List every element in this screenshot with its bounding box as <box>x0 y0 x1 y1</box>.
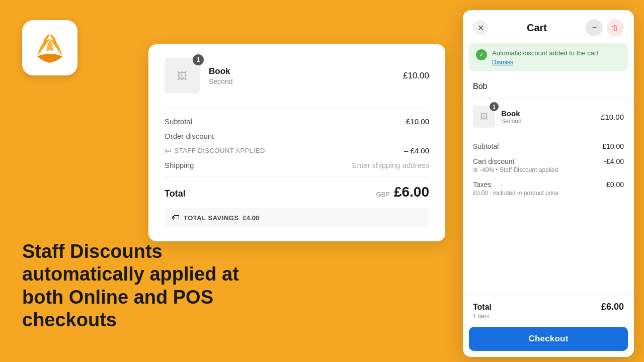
receipt-item-price: £10.00 <box>403 71 429 81</box>
receipt-item-subtitle: Second <box>209 77 403 85</box>
cart-discount-section: Cart discount -£4.00 ⚙ -40% • Staff Disc… <box>473 157 624 173</box>
receipt-item-info: Book Second <box>209 66 403 85</box>
discount-notification-banner: ✓ Automatic discount added to the cart D… <box>469 43 628 71</box>
cart-subtotal-value: £10.00 <box>602 142 624 150</box>
cart-header-actions: ··· 🗑 <box>586 19 624 36</box>
trash-icon: 🗑 <box>611 24 619 32</box>
customer-section: Bob <box>463 77 634 99</box>
cart-total-label: Total <box>473 303 492 312</box>
shipping-value: Enter shipping address <box>352 161 429 169</box>
receipt-order-discount-row: Order discount <box>165 132 429 140</box>
cart-taxes-section: Taxes £0.00 £0.00 · included in product … <box>473 180 624 197</box>
cart-item-badge: 1 <box>490 102 499 111</box>
cart-taxes-value: £0.00 <box>606 180 624 189</box>
subtotal-label: Subtotal <box>165 117 192 126</box>
total-label: Total <box>165 189 186 199</box>
receipt-subtotal-row: Subtotal £10.00 <box>165 117 429 126</box>
receipt-item-image: 1 🖼 <box>165 58 200 94</box>
discount-banner-text: Automatic discount added to the cart Dis… <box>492 48 621 66</box>
checkout-button[interactable]: Checkout <box>469 327 628 351</box>
cart-subtotal-label: Subtotal <box>473 142 499 150</box>
receipt-total-row: Total GBP £6.00 <box>165 176 429 200</box>
total-currency: GBP <box>376 191 389 198</box>
cart-taxes-label: Taxes <box>473 180 492 189</box>
discount-banner-message: Automatic discount added to the cart <box>492 49 598 57</box>
cart-item-price: £10.00 <box>601 113 624 121</box>
cart-total-value: £6.00 <box>601 302 624 312</box>
cart-delete-button[interactable]: 🗑 <box>607 19 624 36</box>
receipt-shipping-row: Shipping Enter shipping address <box>165 161 429 169</box>
cart-taxes-detail: £0.00 · included in product price <box>473 190 624 197</box>
total-value-container: GBP £6.00 <box>376 184 429 200</box>
receipt-staff-discount-row: 🏷 STAFF DISCOUNT APPLIED – £4.00 <box>165 146 429 155</box>
savings-amount: £4.00 <box>243 214 260 222</box>
checkmark-icon: ✓ <box>476 49 487 60</box>
cart-panel: ✕ Cart ··· 🗑 ✓ Automatic discount added … <box>463 10 634 357</box>
cart-total-label-group: Total 1 item <box>473 303 492 320</box>
cart-header: ✕ Cart ··· 🗑 <box>463 10 634 43</box>
cart-items-section: 1 🖼 Book Second £10.00 <box>463 99 634 135</box>
cart-discount-detail: ⚙ -40% • Staff Discount applied <box>473 166 624 173</box>
cart-title: Cart <box>527 22 547 34</box>
savings-row: 🏷 TOTAL SAVINGS £4.00 <box>165 208 429 227</box>
dismiss-button[interactable]: Dismiss <box>492 59 513 66</box>
cart-subtotal-row: Subtotal £10.00 <box>473 142 624 150</box>
cart-discount-value: -£4.00 <box>604 157 624 165</box>
receipt-item-row: 1 🖼 Book Second £10.00 <box>165 58 429 94</box>
shipping-label: Shipping <box>165 161 194 169</box>
savings-label: TOTAL SAVINGS <box>184 214 239 222</box>
cart-more-button[interactable]: ··· <box>586 19 603 36</box>
cart-item-subtitle: Second <box>501 118 595 125</box>
gear-icon: ⚙ <box>473 167 478 173</box>
total-amount: £6.00 <box>394 184 429 200</box>
cart-discount-header: Cart discount -£4.00 <box>473 157 624 165</box>
cart-summary: Subtotal £10.00 Cart discount -£4.00 ⚙ -… <box>463 135 634 294</box>
order-discount-label: Order discount <box>165 132 214 140</box>
cart-item-info: Book Second <box>501 109 595 125</box>
staff-discount-value: – £4.00 <box>404 146 429 155</box>
receipt-item-badge: 1 <box>193 54 204 65</box>
close-icon: ✕ <box>477 23 484 33</box>
staff-discount-label: 🏷 STAFF DISCOUNT APPLIED <box>165 147 265 154</box>
cart-total-items: 1 item <box>473 313 492 320</box>
cart-discount-label: Cart discount <box>473 157 514 165</box>
cart-item-row: 1 🖼 Book Second £10.00 <box>473 106 624 128</box>
cart-item-image: 1 🖼 <box>473 106 495 128</box>
marketing-headline: Staff Discounts automatically applied at… <box>22 240 264 332</box>
receipt-card: 1 🖼 Book Second £10.00 Subtotal £10.00 O… <box>148 44 445 241</box>
cart-taxes-header: Taxes £0.00 <box>473 180 624 189</box>
cart-total-section: Total 1 item £6.00 <box>463 294 634 320</box>
tag-icon: 🏷 <box>165 147 172 154</box>
savings-icon: 🏷 <box>172 213 180 222</box>
more-dots-icon: ··· <box>592 24 597 32</box>
subtotal-value: £10.00 <box>406 117 429 126</box>
cart-total-row: Total 1 item £6.00 <box>473 302 624 320</box>
cart-item-placeholder-icon: 🖼 <box>480 112 488 121</box>
cart-item-name: Book <box>501 109 595 118</box>
app-icon <box>22 20 77 75</box>
receipt-item-name: Book <box>209 66 403 76</box>
customer-name: Bob <box>473 82 487 90</box>
cart-close-button[interactable]: ✕ <box>473 20 488 35</box>
receipt-item-placeholder-icon: 🖼 <box>177 70 187 82</box>
